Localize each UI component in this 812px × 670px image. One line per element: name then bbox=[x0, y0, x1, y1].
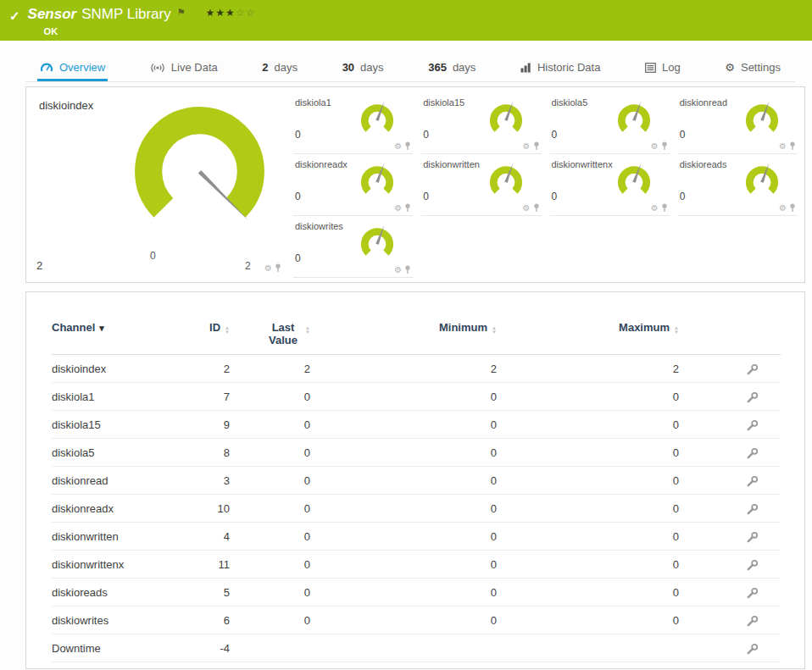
channel-maximum: 0 bbox=[497, 495, 679, 523]
table-row[interactable]: diskionreadx 10 0 0 0 bbox=[52, 495, 781, 523]
gear-icon[interactable]: ⚙ bbox=[394, 204, 402, 213]
channel-minimum: 0 bbox=[310, 383, 497, 411]
table-row[interactable]: diskioindex 2 2 2 2 bbox=[52, 355, 781, 383]
sort-icon[interactable]: ▲▼ bbox=[225, 326, 230, 335]
channel-minimum: 2 bbox=[310, 355, 497, 383]
channel-settings-icon[interactable] bbox=[747, 391, 759, 403]
gauge-value: 2 bbox=[36, 259, 42, 272]
column-label: Last Value bbox=[265, 321, 301, 346]
tab-overview[interactable]: Overview bbox=[37, 56, 108, 81]
tab-log[interactable]: Log bbox=[642, 56, 683, 81]
channel-maximum: 0 bbox=[497, 523, 679, 551]
gear-icon[interactable]: ⚙ bbox=[651, 142, 659, 151]
sort-icon[interactable]: ▲▼ bbox=[492, 326, 497, 335]
gear-icon[interactable]: ⚙ bbox=[651, 204, 659, 213]
table-row[interactable]: diskiola5 8 0 0 0 bbox=[52, 439, 781, 467]
gauge-diskionreadx[interactable]: diskionreadx 0 ⚙ bbox=[293, 154, 413, 216]
column-header-id[interactable]: ID▲▼ bbox=[179, 321, 230, 355]
gauge-diskiola1[interactable]: diskiola1 0 ⚙ bbox=[293, 92, 413, 154]
tab-historic-data[interactable]: Historic Data bbox=[518, 56, 603, 81]
gear-icon[interactable]: ⚙ bbox=[394, 142, 402, 151]
gauge-diskionread[interactable]: diskionread 0 ⚙ bbox=[678, 92, 798, 154]
channel-settings-icon[interactable] bbox=[747, 587, 759, 599]
table-row[interactable]: diskionread 3 0 0 0 bbox=[52, 467, 781, 495]
gear-icon[interactable]: ⚙ bbox=[394, 266, 402, 274]
gauge-diskiola15[interactable]: diskiola15 0 ⚙ bbox=[421, 92, 541, 154]
table-row[interactable]: Downtime -4 bbox=[52, 634, 781, 662]
table-row[interactable]: diskionwritten 4 0 0 0 bbox=[52, 523, 781, 551]
channel-minimum: 0 bbox=[310, 411, 497, 439]
gauge-actions: ⚙ bbox=[779, 203, 796, 213]
column-header-maximum[interactable]: Maximum▲▼ bbox=[497, 321, 679, 355]
pin-icon[interactable] bbox=[661, 203, 668, 213]
column-label: Channel bbox=[52, 321, 95, 334]
sort-icon[interactable]: ▲▼ bbox=[674, 326, 679, 335]
pin-icon[interactable] bbox=[533, 141, 540, 151]
column-header-minimum[interactable]: Minimum▲▼ bbox=[310, 321, 497, 355]
gauge-diskioindex[interactable]: diskioindex 2 0 2 ⚙ bbox=[26, 87, 293, 282]
channel-settings-icon[interactable] bbox=[747, 531, 759, 543]
sensor-type-label: Sensor bbox=[28, 6, 77, 23]
channel-last-value bbox=[230, 634, 310, 662]
tab-30-days[interactable]: 30 days bbox=[340, 56, 387, 81]
gear-icon[interactable]: ⚙ bbox=[523, 204, 531, 213]
pin-icon[interactable] bbox=[404, 203, 411, 213]
channel-last-value: 0 bbox=[230, 467, 310, 495]
tab-label: days bbox=[360, 61, 383, 74]
gear-icon[interactable]: ⚙ bbox=[523, 142, 531, 151]
channel-settings-icon[interactable] bbox=[747, 643, 759, 655]
gauge-diskioreads[interactable]: diskioreads 0 ⚙ bbox=[678, 154, 798, 216]
pin-icon[interactable] bbox=[275, 263, 281, 273]
small-gauges-grid: diskiola1 0 ⚙ diskiola15 0 ⚙ diskiola5 0… bbox=[293, 92, 798, 282]
title-block: Sensor SNMP Library ⚑ ★★★☆☆ OK bbox=[28, 6, 256, 36]
tab-2-days[interactable]: 2 days bbox=[259, 56, 300, 81]
channel-maximum: 2 bbox=[497, 355, 679, 383]
flag-icon[interactable]: ⚑ bbox=[177, 7, 186, 18]
gauge-scale-min: 0 bbox=[150, 250, 156, 262]
table-row[interactable]: diskionwrittenx 11 0 0 0 bbox=[52, 551, 781, 579]
gauge-value: 0 bbox=[295, 191, 301, 202]
gear-icon[interactable]: ⚙ bbox=[779, 204, 787, 213]
channel-last-value: 0 bbox=[230, 606, 310, 634]
broadcast-icon bbox=[150, 63, 165, 73]
pin-icon[interactable] bbox=[533, 203, 540, 213]
column-header-last-value[interactable]: Last Value▲▼ bbox=[230, 321, 310, 355]
pin-icon[interactable] bbox=[789, 141, 796, 151]
tab-365-days[interactable]: 365 days bbox=[425, 56, 478, 81]
gauge-diskionwrittenx[interactable]: diskionwrittenx 0 ⚙ bbox=[550, 154, 670, 216]
gauge-diskionwritten[interactable]: diskionwritten 0 ⚙ bbox=[421, 154, 541, 216]
sort-icon[interactable]: ▲▼ bbox=[305, 326, 310, 335]
priority-stars[interactable]: ★★★☆☆ bbox=[206, 7, 256, 19]
table-row[interactable]: diskiola1 7 0 0 0 bbox=[52, 383, 781, 411]
channel-settings-icon[interactable] bbox=[747, 447, 759, 459]
gear-icon[interactable]: ⚙ bbox=[264, 264, 272, 273]
pin-icon[interactable] bbox=[404, 265, 411, 274]
gauge-channel-label: diskioreads bbox=[680, 159, 727, 169]
table-row[interactable]: diskiowrites 6 0 0 0 bbox=[52, 606, 781, 634]
pin-icon[interactable] bbox=[404, 141, 411, 151]
channel-settings-icon[interactable] bbox=[747, 615, 759, 627]
channel-settings-icon[interactable] bbox=[747, 559, 759, 571]
channel-settings-icon[interactable] bbox=[747, 503, 759, 515]
tab-live-data[interactable]: Live Data bbox=[147, 56, 220, 81]
column-header-channel[interactable]: Channel▾ bbox=[52, 321, 179, 355]
channel-settings-icon[interactable] bbox=[747, 475, 759, 487]
gauge-diskiowrites[interactable]: diskiowrites 0 ⚙ bbox=[293, 216, 413, 278]
gear-icon[interactable]: ⚙ bbox=[779, 142, 787, 151]
tab-value: 30 bbox=[342, 61, 354, 74]
page-title: SNMP Library bbox=[81, 6, 171, 23]
gauge-actions: ⚙ bbox=[651, 141, 668, 151]
channel-table: Channel▾ ID▲▼ Last Value▲▼ Minimum▲▼ Max… bbox=[52, 321, 781, 662]
channel-settings-icon[interactable] bbox=[747, 363, 759, 375]
gauge-channel-label: diskiowrites bbox=[295, 221, 343, 231]
pin-icon[interactable] bbox=[661, 141, 668, 151]
tab-label: Settings bbox=[741, 61, 781, 74]
channel-settings-icon[interactable] bbox=[747, 419, 759, 431]
tab-settings[interactable]: ⚙ Settings bbox=[722, 56, 783, 81]
channel-name: diskiola5 bbox=[52, 439, 179, 467]
table-row[interactable]: diskiola15 9 0 0 0 bbox=[52, 411, 781, 439]
pin-icon[interactable] bbox=[789, 203, 796, 213]
gauge-diskiola5[interactable]: diskiola5 0 ⚙ bbox=[550, 92, 670, 154]
gauge-value: 0 bbox=[423, 191, 429, 202]
table-row[interactable]: diskioreads 5 0 0 0 bbox=[52, 579, 781, 606]
